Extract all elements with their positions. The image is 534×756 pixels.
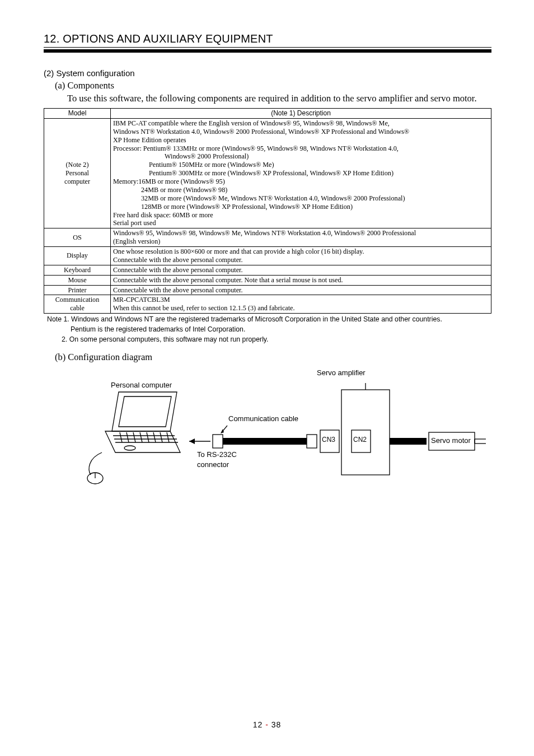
label-servo-motor: Servo motor bbox=[431, 436, 471, 445]
configuration-diagram: Servo amplifier Personal computer Commun… bbox=[83, 368, 491, 508]
cell-pc-model: (Note 2) Personal computer bbox=[44, 118, 111, 228]
label-communication-cable: Communication cable bbox=[228, 414, 298, 423]
table-row: OS Windows® 95, Windows® 98, Windows® Me… bbox=[44, 228, 491, 247]
label-connector: connector bbox=[197, 460, 229, 469]
th-desc: (Note 1) Description bbox=[111, 109, 491, 119]
note-2: 2. On some personal computers, this soft… bbox=[62, 335, 491, 345]
svg-rect-24 bbox=[341, 390, 390, 475]
table-row: Communication cable MR-CPCATCBL3M When t… bbox=[44, 295, 491, 314]
cell-pc-desc: IBM PC-AT compatible where the English v… bbox=[111, 118, 491, 228]
svg-line-8 bbox=[133, 432, 135, 442]
table-row: Keyboard Connectable with the above pers… bbox=[44, 265, 491, 275]
svg-rect-19 bbox=[223, 438, 307, 445]
svg-marker-1 bbox=[119, 396, 171, 427]
cell-cable-desc: MR-CPCATCBL3M When this cannot be used, … bbox=[111, 295, 491, 314]
table-row: Printer Connectable with the above perso… bbox=[44, 285, 491, 295]
section-bar bbox=[44, 49, 491, 53]
label-to-rs232c: To RS-232C bbox=[197, 450, 237, 459]
table-row: (Note 2) Personal computer IBM PC-AT com… bbox=[44, 118, 491, 228]
svg-line-13 bbox=[167, 432, 169, 442]
cell-keyboard-model: Keyboard bbox=[44, 265, 111, 275]
svg-line-12 bbox=[160, 432, 162, 442]
label-servo-amplifier: Servo amplifier bbox=[317, 368, 366, 377]
svg-line-11 bbox=[153, 432, 156, 442]
cell-keyboard-desc: Connectable with the above personal comp… bbox=[111, 265, 491, 275]
svg-line-9 bbox=[140, 432, 142, 442]
note-1b: Pentium is the registered trademarks of … bbox=[71, 325, 491, 335]
svg-line-6 bbox=[120, 432, 122, 442]
label-personal-computer: Personal computer bbox=[111, 381, 172, 389]
cell-os-model: OS bbox=[44, 228, 111, 247]
cell-printer-model: Printer bbox=[44, 285, 111, 295]
table-header-row: Model (Note 1) Description bbox=[44, 109, 491, 119]
svg-rect-18 bbox=[213, 435, 223, 448]
label-cn3: CN3 bbox=[322, 436, 335, 444]
notes: Note 1. Windows and Windows NT are the r… bbox=[44, 315, 491, 344]
cell-display-model: Display bbox=[44, 247, 111, 265]
cell-mouse-desc: Connectable with the above personal comp… bbox=[111, 275, 491, 285]
cell-printer-desc: Connectable with the above personal comp… bbox=[111, 285, 491, 295]
paragraph-number: (2) System configuration bbox=[44, 68, 491, 78]
cell-display-desc: One whose resolution is 800×600 or more … bbox=[111, 247, 491, 265]
cell-mouse-model: Mouse bbox=[44, 275, 111, 285]
th-model: Model bbox=[44, 109, 111, 119]
cell-cable-model: Communication cable bbox=[44, 295, 111, 314]
svg-marker-22 bbox=[221, 429, 224, 433]
svg-rect-27 bbox=[390, 438, 427, 445]
subheading-a: (a) Components bbox=[55, 80, 491, 91]
table-row: Mouse Connectable with the above persona… bbox=[44, 275, 491, 285]
section-title: 12. OPTIONS AND AUXILIARY EQUIPMENT bbox=[44, 32, 491, 47]
page-number: 12 - 38 bbox=[0, 720, 534, 729]
note-1a: Note 1. Windows and Windows NT are the r… bbox=[47, 315, 491, 325]
cell-os-desc: Windows® 95, Windows® 98, Windows® Me, W… bbox=[111, 228, 491, 247]
svg-rect-20 bbox=[307, 435, 317, 448]
table-row: Display One whose resolution is 800×600 … bbox=[44, 247, 491, 265]
section-rule bbox=[44, 47, 491, 48]
spec-table: Model (Note 1) Description (Note 2) Pers… bbox=[44, 108, 491, 314]
intro-text: To use this software, the following comp… bbox=[67, 92, 491, 105]
svg-point-14 bbox=[124, 446, 135, 450]
svg-line-7 bbox=[127, 432, 129, 442]
svg-marker-17 bbox=[189, 438, 195, 444]
label-cn2: CN2 bbox=[353, 436, 367, 444]
subheading-b: (b) Configuration diagram bbox=[55, 352, 491, 363]
svg-line-10 bbox=[147, 432, 149, 442]
